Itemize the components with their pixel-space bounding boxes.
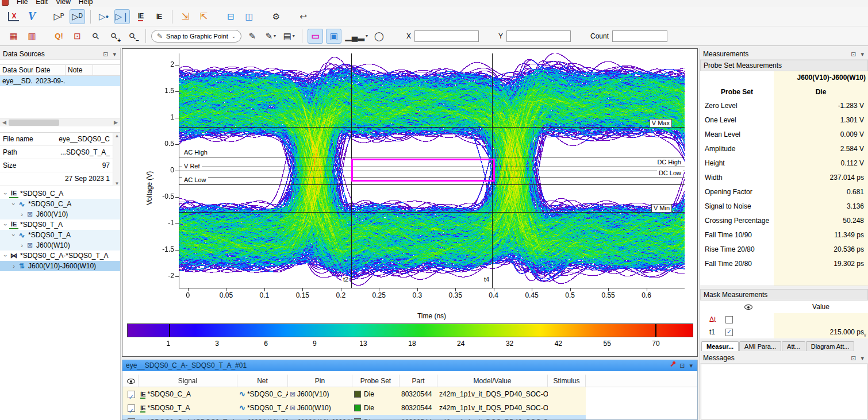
x-coordinate-input[interactable] [414,30,479,42]
voltage-tool-icon[interactable]: V [24,9,40,24]
eye-mask-measure-icon[interactable]: ⅠE [151,9,167,24]
tree-item[interactable]: ›⋈*SDQS0_C_A-*SDQS0_T_A [0,251,120,261]
menu-view[interactable]: View [52,0,75,6]
measurement-row[interactable]: Mean Level0.009 V [700,128,868,142]
horizontal-scrollbar[interactable]: ◀ ▶ [0,118,120,126]
column-header-part[interactable]: Part [400,375,437,387]
float-window-icon[interactable]: ⊡ [678,361,686,369]
column-header-date[interactable]: Date [33,65,66,75]
menu-file[interactable]: File [13,0,32,6]
property-row[interactable]: Path...SDQS0_T_A_ [0,146,120,159]
settings-gear-icon[interactable]: ⚙ [268,9,284,24]
measurement-row[interactable]: Fall Time 10/9011.349 ps [700,228,868,242]
mask-measurement-row[interactable]: Δt [700,313,868,326]
tree-item[interactable]: ›∿*SDQS0_T_A [0,230,120,240]
panel-menu-icon[interactable]: ▾ [859,354,865,362]
zoom-in-icon[interactable]: ⚲+ [106,29,122,44]
eye-measure-icon[interactable]: ⅠE [133,9,148,24]
tree-item[interactable]: ›⊠J600(V10) [0,209,120,219]
tab-diagram-att[interactable]: Diagram Att... [806,341,855,351]
scroll-up-icon[interactable]: ▲ [113,133,120,138]
tile-horizontal-icon[interactable]: ⊟ [223,9,239,24]
measurement-row[interactable]: Crossing Percentage50.248 [700,214,868,228]
scroll-right-icon[interactable]: ▶ [112,119,120,126]
zoom-alert-icon[interactable]: Q! [51,29,67,44]
tab-measur[interactable]: Measur... [701,341,739,351]
measurement-row[interactable]: Signal to Noise3.136 [700,199,868,214]
column-header-signal[interactable]: Signal [139,375,237,387]
float-window-icon[interactable]: ⊡ [102,50,109,58]
mask-rectangle-icon[interactable]: ▭ [308,29,323,44]
column-header-stimulus[interactable]: Stimulus [548,375,586,387]
scrollbar-thumb[interactable] [9,120,59,126]
count-input[interactable] [612,30,667,42]
vertical-scrollbar[interactable]: ▲ ▼ [113,133,120,186]
pin-icon[interactable] [670,361,676,368]
run-to-marker-icon[interactable]: ▷❘ [114,9,130,24]
table-row[interactable]: ⅠE*SDQS0_C_A∿*SDQS0_C_A⊠J600(V10)Die8032… [122,387,586,401]
column-header-data-sour[interactable]: Data Sour [0,65,33,75]
property-row[interactable]: 27 Sep 2023 1 [0,172,120,186]
snap-mode-select[interactable]: ✎Snap to Graphic Point⌄ [151,30,241,43]
table-row[interactable]: eye__SD...2023-09-... [0,76,120,86]
tree-item[interactable]: ›⇅J600(V10)-J600(W10) [0,261,120,271]
signals-panel-titlebar[interactable]: eye__SDQS0_C_A-_SDQS0_T_A_#01 ⊡ ▾ [122,360,697,371]
scroll-left-icon[interactable]: ◀ [1,119,8,126]
histogram-icon[interactable]: ▁▄▂▾ [344,29,368,44]
expander-icon[interactable]: › [18,242,25,249]
eye-diagram-tool-icon[interactable]: X [6,9,21,24]
export-plot-icon[interactable]: ⇲ [178,9,193,24]
measurement-row[interactable]: One Level1.301 V [700,113,868,128]
mask-enable-checkbox[interactable] [725,329,733,336]
measurement-row[interactable]: Amplitude2.584 V [700,142,868,156]
column-header-pin[interactable]: Pin [288,375,352,387]
expander-icon[interactable]: › [10,263,17,269]
mask-rectangle[interactable] [351,159,495,182]
mask-grid-icon[interactable]: ▦ [6,29,21,44]
tree-item[interactable]: ›⊠J600(W10) [0,240,120,251]
tree-item[interactable]: ›∿*SDQS0_C_A [0,199,120,209]
measurement-row[interactable]: Width237.014 ps [700,171,868,185]
print-plot-icon[interactable]: ▤▾ [281,29,297,44]
measurement-row[interactable]: Opening Factor0.681 [700,185,868,199]
draw-shape-icon[interactable]: ✎▾ [263,29,278,44]
float-window-icon[interactable]: ⊡ [850,354,857,362]
column-header-note[interactable]: Note [66,65,93,75]
measurement-row[interactable]: Height0.112 V [700,156,868,171]
expander-icon[interactable]: › [2,190,9,197]
visibility-checkbox[interactable] [128,391,135,398]
measurement-row[interactable]: Fall Time 20/8019.302 ps [700,257,868,271]
probe-d-icon[interactable]: ▷ᴰ [70,9,85,24]
measurement-row[interactable]: Rise Time 20/8020.536 ps [700,242,868,257]
tree-item[interactable]: ›ⅠE*SDQS0_T_A [0,219,120,230]
table-row[interactable]: ⅠE*SDQS0_T_A∿*SDQS0_T_A⊠J600(W10)Die8032… [122,401,586,415]
select-region-icon[interactable]: ▣ [326,29,341,44]
tree-item[interactable]: ›ⅠE*SDQS0_C_A [0,188,120,199]
zoom-region-icon[interactable]: ⊡ [70,29,85,44]
draw-line-icon[interactable]: ✎ [244,29,260,44]
mask-enable-checkbox[interactable] [725,316,733,323]
mask-measurement-row[interactable]: t1215.000 ps [700,326,868,338]
y-coordinate-input[interactable] [506,30,571,42]
import-plot-icon[interactable]: ⇱ [196,9,212,24]
table-row[interactable]: ⅠE*SDQS0_C_A-*SDQS0_T_A∿J600(V10)-J600(W… [122,415,586,420]
run-sweep-icon[interactable]: ▷• [96,9,112,24]
menu-edit[interactable]: Edit [32,0,52,6]
scroll-down-icon[interactable]: ∨ [863,332,867,338]
expander-icon[interactable]: › [2,221,9,228]
column-header-model-value[interactable]: Model/Value [437,375,548,387]
panel-menu-icon[interactable]: ▾ [859,50,865,58]
plot-area[interactable]: 21.510.50-0.5-1-1.5-200.050.10.150.20.25… [179,53,685,288]
expander-icon[interactable]: › [2,252,9,259]
visibility-checkbox[interactable] [128,404,135,412]
zoom-out-icon[interactable]: ⚲− [125,29,140,44]
measurement-row[interactable]: Zero Level-1.283 V [700,99,868,113]
tile-vertical-icon[interactable]: ◫ [241,9,257,24]
scroll-down-icon[interactable]: ▼ [113,181,120,186]
property-row[interactable]: File nameeye__SDQS0_C [0,133,120,146]
tab-ami-para[interactable]: AMI Para... [739,341,781,351]
property-row[interactable]: Size97 [0,159,120,172]
float-window-icon[interactable]: ⊡ [850,50,857,58]
ellipse-tool-icon[interactable]: ◯ [371,29,387,44]
tab-att[interactable]: Att... [782,341,805,351]
